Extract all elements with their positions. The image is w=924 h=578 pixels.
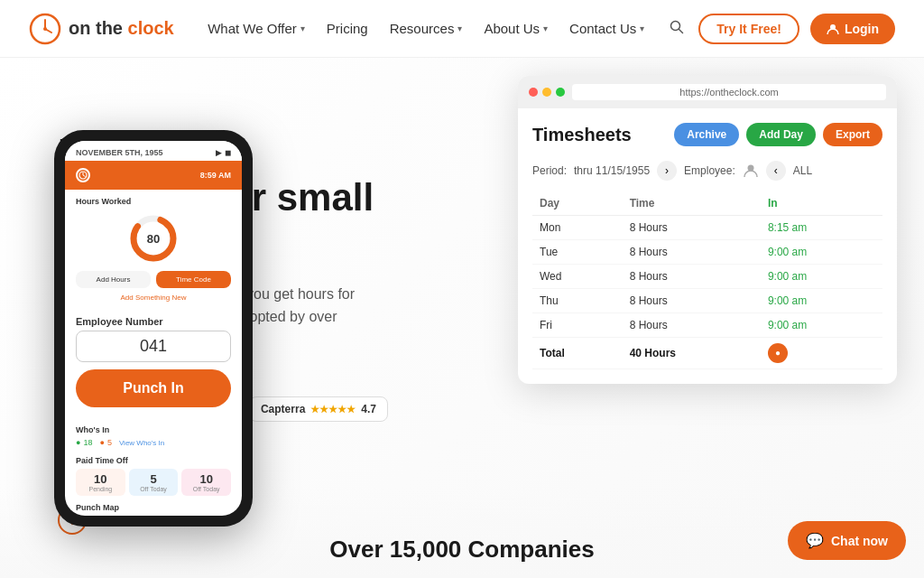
chevron-down-icon: ▾ xyxy=(543,23,548,33)
table-row: Tue 8 Hours 9:00 am xyxy=(532,240,882,265)
cell-in: 9:00 am xyxy=(761,289,882,313)
capterra-label: Capterra xyxy=(261,403,305,415)
nav-item-resources[interactable]: Resources ▾ xyxy=(390,21,463,36)
logo-text: on the clock xyxy=(69,18,174,39)
table-total-row: Total 40 Hours ● xyxy=(532,338,882,369)
in-count: ●18 xyxy=(76,438,92,447)
whos-in-section: Who's In ●18 ●5 View Who's In xyxy=(65,420,242,452)
nav-links: What We Offer ▾ Pricing Resources ▾ Abou… xyxy=(208,21,644,36)
pto-today-label: Off Today xyxy=(133,486,175,492)
nav-item-about-us[interactable]: About Us ▾ xyxy=(484,21,548,36)
search-button[interactable] xyxy=(666,16,688,42)
view-whos-in-link[interactable]: View Who's In xyxy=(119,439,164,447)
employee-number-input[interactable] xyxy=(76,331,231,362)
table-row: Thu 8 Hours 9:00 am xyxy=(532,289,882,313)
add-hours-button[interactable]: Add Hours xyxy=(76,271,151,288)
table-row: Wed 8 Hours 9:00 am xyxy=(532,265,882,289)
chat-now-button[interactable]: 💬 Chat now xyxy=(788,521,906,560)
nav-item-contact-us[interactable]: Contact Us ▾ xyxy=(569,21,644,36)
cell-day: Mon xyxy=(532,216,623,240)
table-row: Fri 8 Hours 9:00 am xyxy=(532,313,882,338)
nav-item-pricing[interactable]: Pricing xyxy=(327,21,368,36)
phone-header: 8:59 AM xyxy=(65,161,242,190)
logo[interactable]: on the clock xyxy=(29,13,174,45)
navbar: on the clock What We Offer ▾ Pricing Res… xyxy=(0,0,924,58)
svg-text:80: 80 xyxy=(147,232,160,246)
phone-date: NOVEMBER 5TH, 1955 xyxy=(76,148,163,157)
person-icon xyxy=(827,23,839,35)
timesheet-meta: Period: thru 11/15/1955 › Employee: ‹ AL… xyxy=(532,161,882,181)
pto-pending-box: 10 Pending xyxy=(76,469,125,496)
nav-item-what-we-offer[interactable]: What We Offer ▾ xyxy=(208,21,305,36)
browser-content: Timesheets Archive Add Day Export Period… xyxy=(518,108,897,384)
period-value: thru 11/15/1955 xyxy=(574,164,650,177)
browser-mockup: https://ontheclock.com Timesheets Archiv… xyxy=(518,76,897,384)
cell-day: Fri xyxy=(532,313,623,338)
period-next-button[interactable]: › xyxy=(657,161,677,181)
phone-actions: Add Hours Time Code xyxy=(76,271,231,288)
cell-in: 8:15 am xyxy=(761,216,882,240)
add-something-link[interactable]: Add Something New xyxy=(76,294,231,302)
logo-icon xyxy=(29,13,61,45)
cell-time: 8 Hours xyxy=(623,289,761,313)
phone-status-bar: NOVEMBER 5TH, 1955 ▶ ◼ xyxy=(65,141,242,161)
pto-title: Paid Time Off xyxy=(76,456,231,465)
phone-mockup: NOVEMBER 5TH, 1955 ▶ ◼ 8:59 AM Hours xyxy=(54,130,253,527)
cell-in: 9:00 am xyxy=(761,313,882,338)
capterra-rating: 4.7 xyxy=(361,403,376,415)
employee-number-label: Employee Number xyxy=(76,316,231,327)
employee-label: Employee: xyxy=(684,164,735,177)
employee-number-section: Employee Number Punch In xyxy=(65,309,242,420)
search-icon xyxy=(670,20,684,34)
cell-time: 8 Hours xyxy=(623,313,761,338)
archive-button[interactable]: Archive xyxy=(674,123,739,146)
whos-in-counts: ●18 ●5 View Who's In xyxy=(76,438,231,447)
pto-off-label: Off Today xyxy=(185,486,227,492)
donut-chart: 80 xyxy=(76,211,231,266)
cell-day: Wed xyxy=(532,265,623,289)
capterra-badge: Capterra ★★★★★ 4.7 xyxy=(249,396,388,422)
export-button[interactable]: Export xyxy=(823,123,882,146)
out-count: ●5 xyxy=(99,438,111,447)
col-in: In xyxy=(761,191,882,216)
dot-yellow xyxy=(542,88,551,97)
employee-prev-button[interactable]: ‹ xyxy=(766,161,786,181)
pto-pending-label: Pending xyxy=(79,486,122,492)
timesheet-header: Timesheets Archive Add Day Export xyxy=(532,123,882,146)
punch-map-title: Punch Map xyxy=(76,503,231,512)
browser-bar: https://ontheclock.com xyxy=(518,76,897,108)
punch-in-button[interactable]: Punch In xyxy=(76,369,231,407)
pto-off-number: 10 xyxy=(185,472,227,486)
person-icon xyxy=(743,163,759,179)
chevron-down-icon: ▾ xyxy=(457,23,462,33)
browser-dots xyxy=(529,88,565,97)
dot-red xyxy=(529,88,538,97)
add-day-button[interactable]: Add Day xyxy=(746,123,816,146)
timesheet-title: Timesheets xyxy=(532,125,632,145)
total-label: Total xyxy=(532,338,623,369)
timesheet-table: Day Time In Mon 8 Hours 8:15 amTue 8 Hou… xyxy=(532,191,882,369)
pto-off-box: 10 Off Today xyxy=(181,469,231,496)
try-it-free-button[interactable]: Try It Free! xyxy=(698,14,799,44)
clock-icon xyxy=(76,168,90,182)
phone-time: 8:59 AM xyxy=(200,171,231,180)
total-badge: ● xyxy=(761,338,882,369)
donut-svg: 80 xyxy=(126,211,180,266)
cell-day: Thu xyxy=(532,289,623,313)
login-button[interactable]: Login xyxy=(810,14,895,44)
svg-line-5 xyxy=(679,29,683,33)
time-code-button[interactable]: Time Code xyxy=(156,271,231,288)
hero-section: Easy time tracking for small business Em… xyxy=(0,58,924,578)
pto-pending-number: 10 xyxy=(79,472,122,486)
clock-svg xyxy=(79,171,88,180)
browser-url: https://ontheclock.com xyxy=(572,84,886,100)
nav-actions: Try It Free! Login xyxy=(666,14,895,44)
hours-worked-label: Hours Worked xyxy=(76,197,231,206)
cell-day: Tue xyxy=(532,240,623,265)
cell-in: 9:00 am xyxy=(761,240,882,265)
phone-hours-section: Hours Worked 80 Add Hours Time Code Add … xyxy=(65,190,242,309)
pto-boxes: 10 Pending 5 Off Today 10 Off Today xyxy=(76,469,231,496)
phone-inner: NOVEMBER 5TH, 1955 ▶ ◼ 8:59 AM Hours xyxy=(65,141,242,516)
pto-section: Paid Time Off 10 Pending 5 Off Today 10 … xyxy=(65,452,242,499)
period-label: Period: xyxy=(532,164,567,177)
